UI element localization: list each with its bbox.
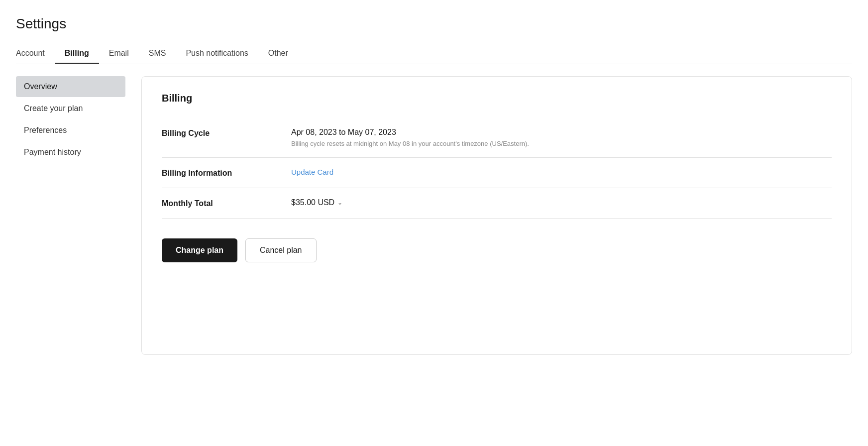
monthly-total-label: Monthly Total (162, 198, 271, 208)
change-plan-button[interactable]: Change plan (162, 238, 237, 262)
sidebar-item-preferences[interactable]: Preferences (16, 120, 125, 141)
billing-cycle-label: Billing Cycle (162, 128, 271, 138)
chevron-down-icon: ⌄ (337, 199, 342, 206)
sidebar-item-create-plan[interactable]: Create your plan (16, 98, 125, 119)
billing-panel-title: Billing (162, 93, 832, 104)
tab-push-notifications[interactable]: Push notifications (176, 44, 258, 64)
billing-cycle-note: Billing cycle resets at midnight on May … (291, 140, 832, 147)
tab-email[interactable]: Email (99, 44, 139, 64)
tab-other[interactable]: Other (258, 44, 298, 64)
tab-account[interactable]: Account (16, 44, 55, 64)
billing-cycle-value: Apr 08, 2023 to May 07, 2023 Billing cyc… (291, 128, 832, 147)
tab-sms[interactable]: SMS (139, 44, 176, 64)
billing-info-row: Billing Information Update Card (162, 158, 832, 188)
billing-panel: Billing Billing Cycle Apr 08, 2023 to Ma… (141, 76, 852, 355)
billing-info-label: Billing Information (162, 168, 271, 178)
update-card-link[interactable]: Update Card (291, 168, 333, 176)
billing-cycle-date: Apr 08, 2023 to May 07, 2023 (291, 128, 832, 137)
monthly-total-amount[interactable]: $35.00 USD ⌄ (291, 198, 832, 207)
monthly-total-value: $35.00 USD ⌄ (291, 198, 832, 207)
sidebar: Overview Create your plan Preferences Pa… (16, 76, 125, 164)
cancel-plan-button[interactable]: Cancel plan (245, 238, 317, 262)
billing-info-value: Update Card (291, 168, 832, 177)
page-title: Settings (16, 16, 852, 32)
action-buttons: Change plan Cancel plan (162, 238, 832, 262)
monthly-total-amount-text: $35.00 USD (291, 198, 334, 207)
sidebar-item-overview[interactable]: Overview (16, 76, 125, 97)
top-navigation: Account Billing Email SMS Push notificat… (16, 44, 852, 64)
sidebar-item-payment-history[interactable]: Payment history (16, 142, 125, 163)
monthly-total-row: Monthly Total $35.00 USD ⌄ (162, 188, 832, 219)
tab-billing[interactable]: Billing (55, 44, 99, 64)
billing-cycle-row: Billing Cycle Apr 08, 2023 to May 07, 20… (162, 118, 832, 158)
